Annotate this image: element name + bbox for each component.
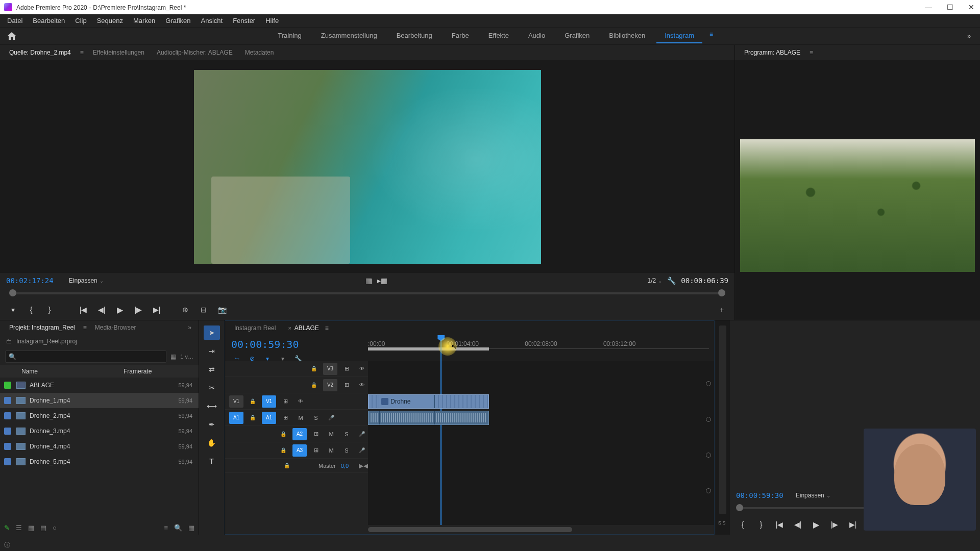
mark-out-icon[interactable]: } (754, 518, 768, 531)
list-view-icon[interactable]: ☰ (16, 524, 22, 532)
go-to-in-icon[interactable]: |◀ (773, 518, 786, 531)
lock-track-icon[interactable] (308, 363, 320, 374)
workspace-menu-icon[interactable]: ≡ (705, 29, 717, 43)
timeline-tab-menu-icon[interactable]: ≡ (322, 324, 332, 332)
scrub-handle[interactable] (736, 504, 743, 511)
lock-track-icon[interactable] (277, 429, 289, 440)
home-button[interactable] (4, 30, 19, 42)
timeline-timecode[interactable]: 00:00:59:30 (231, 338, 362, 350)
menu-ansicht[interactable]: Ansicht (195, 15, 228, 27)
column-framerate[interactable]: Framerate (124, 368, 152, 375)
source-patch-a1[interactable]: A1 (229, 412, 243, 424)
tab-program[interactable]: Programm: ABLAGE (738, 46, 806, 59)
timeline-content[interactable]: Drohne (368, 361, 714, 525)
workspace-grafiken[interactable]: Grafiken (556, 29, 598, 43)
track-target-a2[interactable]: A2 (292, 428, 307, 440)
workspace-bearbeitung[interactable]: Bearbeitung (388, 29, 440, 43)
program-monitor[interactable] (735, 60, 980, 320)
maximize-button[interactable]: ☐ (945, 3, 954, 12)
freeform-view-icon[interactable]: ▤ (40, 524, 46, 532)
insert-icon[interactable]: ⊕ (179, 303, 192, 316)
overwrite-icon[interactable]: ⊟ (197, 303, 210, 316)
pen-tool-icon[interactable]: ✒ (204, 417, 220, 432)
workspace-zusammenstellung[interactable]: Zusammenstellung (313, 29, 385, 43)
close-tab-icon[interactable]: × (288, 325, 291, 331)
toggle-output-icon[interactable] (356, 363, 368, 374)
step-back-icon[interactable]: ◀| (791, 518, 804, 531)
label-tag[interactable] (4, 412, 11, 419)
menu-fenster[interactable]: Fenster (228, 15, 260, 27)
menu-clip[interactable]: Clip (70, 15, 91, 27)
menu-sequenz[interactable]: Sequenz (92, 15, 128, 27)
list-item[interactable]: Drohne_3.mp4 59,94 (0, 423, 199, 439)
mark-out-bracket-icon[interactable]: } (43, 303, 56, 316)
project-expand-icon[interactable]: » (185, 324, 194, 331)
new-item-icon[interactable]: ✎ (4, 524, 10, 532)
lock-track-icon[interactable] (247, 412, 259, 423)
list-item[interactable]: Drohne_4.mp4 59,94 (0, 439, 199, 454)
column-name[interactable]: Name (21, 368, 124, 375)
step-forward-icon[interactable]: |▶ (132, 303, 145, 316)
go-to-out-icon[interactable]: ▶| (846, 518, 860, 531)
menu-hilfe[interactable]: Hilfe (260, 15, 284, 27)
source-timecode-left[interactable]: 00:02:17:24 (6, 277, 54, 285)
filmstrip-icon[interactable]: ▦ (170, 353, 176, 360)
mark-in-icon[interactable]: ▾ (6, 303, 19, 316)
video-clip[interactable]: Drohne (368, 394, 489, 409)
sort-icon[interactable]: ≡ (164, 524, 168, 532)
track-target-v2[interactable]: V2 (323, 379, 337, 391)
track-target-a1[interactable]: A1 (262, 412, 276, 424)
track-output-toggle[interactable] (706, 381, 711, 386)
step-back-icon[interactable]: ◀| (95, 303, 108, 316)
lock-track-icon[interactable] (247, 396, 259, 407)
label-tag[interactable] (4, 382, 11, 389)
tab-project[interactable]: Projekt: Instagram_Reel (4, 322, 80, 333)
new-bin-icon[interactable]: ▦ (188, 524, 194, 532)
info-icon[interactable]: ⓘ (4, 541, 10, 549)
export-frame-icon[interactable]: 📷 (215, 303, 229, 316)
voiceover-icon[interactable] (356, 429, 368, 440)
list-item[interactable]: ABLAGE 59,94 (0, 378, 199, 393)
lock-track-icon[interactable] (277, 445, 289, 456)
list-item[interactable]: Drohne_5.mp4 59,94 (0, 454, 199, 469)
voiceover-icon[interactable] (325, 412, 337, 423)
solo-icon[interactable] (340, 429, 353, 440)
tab-audio-mixer[interactable]: Audioclip-Mischer: ABLAGE (151, 46, 239, 59)
menu-grafiken[interactable]: Grafiken (160, 15, 195, 27)
list-item[interactable]: Drohne_2.mp4 59,94 (0, 408, 199, 423)
program-timecode-left[interactable]: 00:00:59:30 (736, 491, 783, 499)
tab-effect-settings[interactable]: Effekteinstellungen (87, 46, 151, 59)
workspace-instagram[interactable]: Instagram (656, 29, 702, 43)
zoom-scrollbar-thumb[interactable] (368, 527, 572, 532)
menu-bearbeiten[interactable]: Bearbeiten (28, 15, 70, 27)
workspace-training[interactable]: Training (270, 29, 309, 43)
tab-metadata[interactable]: Metadaten (239, 46, 280, 59)
go-to-in-icon[interactable]: |◀ (77, 303, 90, 316)
list-item[interactable]: Drohne_1.mp4 59,94 (0, 393, 199, 408)
timeline-tab-ablage[interactable]: ×ABLAGE≡ (282, 322, 337, 334)
voiceover-icon[interactable] (356, 445, 368, 456)
sync-lock-icon[interactable] (310, 445, 322, 456)
menu-datei[interactable]: Datei (2, 15, 28, 27)
mute-icon[interactable] (325, 429, 337, 440)
track-output-toggle[interactable] (706, 453, 711, 458)
workspace-farbe[interactable]: Farbe (444, 29, 477, 43)
source-monitor[interactable] (0, 60, 734, 273)
master-value[interactable]: 0,0 (341, 463, 349, 469)
scrub-handle-left[interactable] (9, 289, 16, 296)
safe-margins-icon[interactable]: ▦ (362, 274, 376, 287)
track-target-a3[interactable]: A3 (292, 444, 307, 457)
project-search-input[interactable]: 🔍 (5, 350, 166, 363)
play-icon[interactable]: ▶ (113, 303, 127, 316)
mute-icon[interactable] (325, 445, 337, 456)
solo-icon[interactable] (340, 445, 353, 456)
slip-tool-icon[interactable]: ⟷ (204, 399, 220, 413)
source-patch-v1[interactable]: V1 (229, 395, 243, 408)
master-expand-icon[interactable]: ▶◀ (359, 462, 368, 469)
track-target-v3[interactable]: V3 (323, 363, 337, 375)
workspace-bibliotheken[interactable]: Bibliotheken (601, 29, 653, 43)
label-tag[interactable] (4, 458, 11, 465)
sync-lock-icon[interactable] (310, 429, 322, 440)
track-output-toggle[interactable] (706, 488, 711, 493)
mute-icon[interactable] (295, 412, 307, 423)
